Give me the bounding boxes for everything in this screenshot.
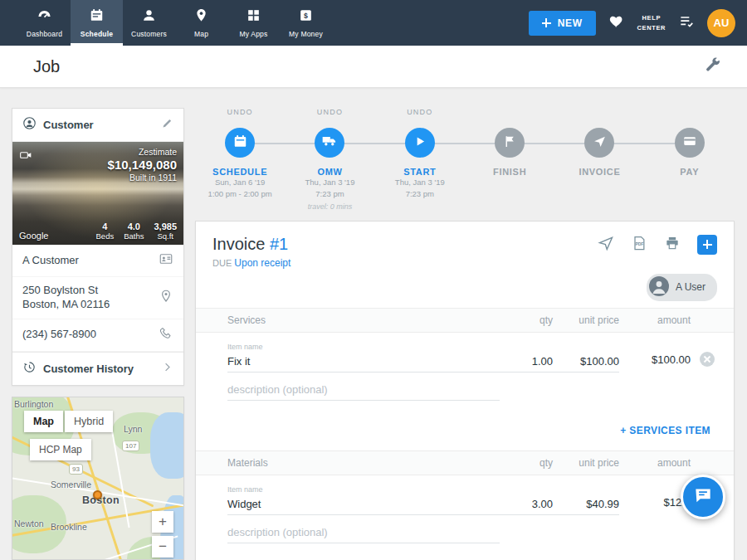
stat-label: Beds [96,231,115,241]
finish-step-circle[interactable] [495,128,525,158]
customer-history-button[interactable]: Customer History [12,352,183,385]
left-sidebar: Customer Zestimate $10,149,080 Built in … [12,108,184,560]
service-unit-price-input[interactable] [553,353,619,373]
add-invoice-button[interactable] [697,235,717,255]
step-omw[interactable]: UNDO OMW Thu, Jan 3 '19 7:23 pm travel: … [285,108,374,212]
user-avatar[interactable]: AU [707,9,735,37]
add-service-item-link[interactable]: + SERVICES ITEM [620,425,710,436]
item-name-label: Item name [227,343,500,351]
step-invoice[interactable]: INVOICE [554,108,644,212]
plus-icon [703,240,712,249]
svg-text:PDF: PDF [635,241,643,246]
contact-card-icon[interactable] [159,251,173,270]
customer-name: A Customer [22,254,152,268]
nav-label: Customers [131,30,167,38]
zoom-out-button[interactable]: − [152,536,173,558]
step-schedule[interactable]: UNDO SCHEDULE Sun, Jan 6 '19 1:00 pm - 2… [195,108,285,212]
nav-item-my-apps[interactable]: My Apps [227,0,280,46]
new-button-label: NEW [558,17,583,29]
nav-item-map[interactable]: Map [175,0,227,46]
invoice-title: Invoice #1 [212,235,288,254]
service-description-input[interactable] [227,381,500,401]
hybrid-type-button[interactable]: Hybrid [65,411,113,432]
undo-start-button[interactable]: UNDO [407,108,432,120]
remove-item-icon[interactable] [700,352,715,367]
stat-label: Sq.ft [154,231,177,241]
step-finish[interactable]: FINISH [465,108,554,212]
pay-step-circle[interactable] [675,128,705,158]
step-travel-note: travel: 0 mins [308,201,353,212]
material-name-cell: Item name [227,485,500,515]
job-tools-icon[interactable] [704,56,722,77]
chevron-right-icon [161,361,173,377]
due-label: DUE [212,258,232,268]
undo-schedule-button[interactable]: UNDO [227,108,253,120]
heart-icon[interactable] [608,13,625,33]
location-pin-icon[interactable] [159,289,173,307]
undo-omw-button[interactable]: UNDO [317,108,343,120]
stat-value: 3,985 [154,222,177,231]
step-time: 7:23 pm [406,188,434,200]
chat-icon [692,485,714,509]
edit-pencil-icon[interactable] [161,117,173,133]
map-town-label: Burlington [14,399,53,409]
print-icon[interactable] [664,235,681,255]
help-center-button[interactable]: HELP CENTER [637,13,666,32]
material-qty-input[interactable] [500,495,553,515]
hcp-map-button[interactable]: HCP Map [30,439,91,460]
map-marker[interactable] [93,490,102,499]
nav-item-dashboard[interactable]: Dashboard [18,0,71,46]
calendar-icon [232,134,248,153]
job-stepper: UNDO SCHEDULE Sun, Jan 6 '19 1:00 pm - 2… [195,108,735,212]
stat-value: 4 [96,222,115,231]
assigned-user-pill[interactable]: A User [647,274,717,301]
invoice-step-circle[interactable] [584,128,614,158]
service-price-cell [553,353,619,373]
amount-column-header: amount [619,314,691,326]
start-step-circle[interactable] [405,128,435,158]
service-item-row: Item name $100.00 [196,333,734,373]
service-item-name-input[interactable] [227,353,500,373]
step-date: Thu, Jan 3 '19 [395,177,445,188]
pdf-icon[interactable]: PDF [631,235,647,255]
map-widget[interactable]: Burlington Lynn Somerville Boston Newton… [12,397,184,560]
content-area: Customer Zestimate $10,149,080 Built in … [0,88,747,560]
map-type-button[interactable]: Map [24,411,63,432]
customer-address-row: 250 Boylston St Boston, MA 02116 [12,277,183,319]
page-bar: Job [0,46,747,88]
material-item-name-input[interactable] [227,495,500,515]
schedule-icon [89,7,105,27]
col-spacer [691,314,724,326]
nav-label: My Money [289,30,323,38]
nav-item-customers[interactable]: Customers [123,0,175,46]
money-icon: $ [298,7,314,27]
phone-icon[interactable] [159,326,173,344]
checklist-icon[interactable] [678,13,695,33]
truck-icon [321,133,338,153]
send-icon[interactable] [598,235,614,255]
stat-label: Baths [124,231,144,241]
chat-fab-button[interactable] [681,475,725,519]
amount-column-header: amount [619,457,691,469]
qty-column-header: qty [500,314,553,326]
nav-item-schedule[interactable]: Schedule [71,0,123,46]
nav-item-my-money[interactable]: $ My Money [280,0,332,46]
step-start[interactable]: UNDO START Thu, Jan 3 '19 7:23 pm [375,108,465,212]
schedule-step-circle[interactable] [225,128,255,158]
material-description-input[interactable] [227,523,500,543]
omw-step-circle[interactable] [315,128,344,158]
map-town-label: Brookline [51,522,87,532]
new-button[interactable]: NEW [529,11,596,36]
invoice-title-text: Invoice [212,235,265,253]
service-qty-input[interactable] [500,353,553,373]
step-time: 7:23 pm [315,188,344,200]
customer-card-title: Customer [43,119,154,131]
due-value-link[interactable]: Upon receipt [234,257,290,269]
play-icon [413,134,427,152]
material-unit-price-input[interactable] [553,495,619,515]
invoice-actions: PDF [598,235,717,255]
zoom-in-button[interactable]: + [152,511,173,533]
customer-circle-icon [22,116,37,134]
invoice-header: Invoice #1 PDF DUE Upon receipt A User [196,222,734,308]
step-pay[interactable]: PAY [645,108,735,212]
